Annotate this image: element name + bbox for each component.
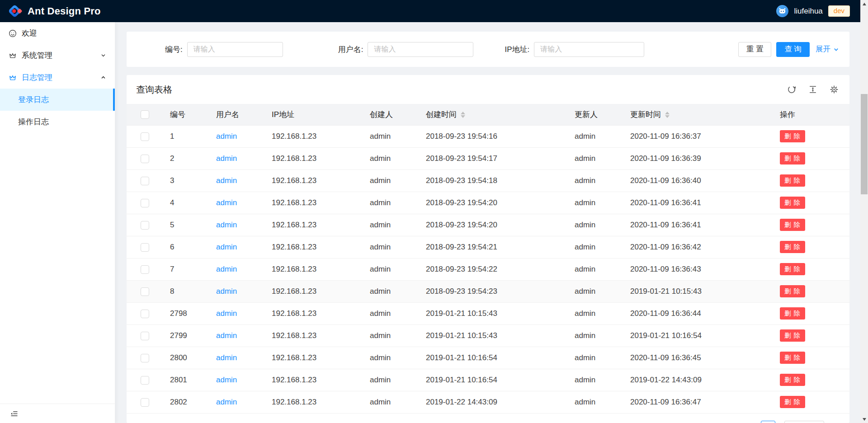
username-link[interactable]: admin (216, 376, 237, 384)
table-cell: admin (209, 302, 264, 324)
user-avatar[interactable] (776, 5, 788, 17)
crown-icon (9, 52, 17, 60)
table-cell (127, 391, 163, 413)
row-checkbox[interactable] (141, 155, 149, 163)
sort-carets-icon[interactable] (665, 112, 670, 118)
cell-updater: admin (567, 369, 623, 391)
delete-button[interactable]: 删 除 (780, 241, 805, 253)
username-link[interactable]: admin (216, 287, 237, 296)
select-all-checkbox[interactable] (141, 110, 149, 119)
row-checkbox[interactable] (141, 354, 149, 362)
sidebar-collapse-trigger[interactable] (0, 404, 115, 423)
menu-fold-icon (10, 409, 19, 418)
cell-update-time: 2020-11-09 16:36:44 (623, 302, 773, 324)
username-link[interactable]: admin (216, 176, 237, 185)
delete-button[interactable]: 删 除 (780, 219, 805, 231)
scroll-up-arrow[interactable] (860, 0, 868, 8)
username-link[interactable]: admin (216, 398, 237, 406)
sidebar-item-login-log[interactable]: 登录日志 (0, 89, 115, 111)
row-checkbox[interactable] (141, 310, 149, 318)
sidebar-item-operation-log[interactable]: 操作日志 (0, 111, 115, 133)
username-link[interactable]: admin (216, 221, 237, 229)
table-row: 2799admin192.168.1.23admin2019-01-21 10:… (127, 324, 849, 347)
user-name[interactable]: liufeihua (794, 7, 822, 16)
row-checkbox[interactable] (141, 287, 149, 296)
table-cell: admin (209, 125, 264, 147)
scrollbar-thumb[interactable] (861, 94, 868, 194)
delete-button[interactable]: 删 除 (780, 130, 805, 142)
cell-update-time: 2020-11-09 16:36:43 (623, 258, 773, 280)
reset-button[interactable]: 重 置 (738, 42, 772, 57)
sidebar-item-log-mgmt[interactable]: 日志管理 (0, 66, 115, 89)
cell-creator: admin (363, 280, 419, 302)
delete-button[interactable]: 删 除 (780, 285, 805, 297)
table-row: 5admin192.168.1.23admin2018-09-23 19:54:… (127, 214, 849, 236)
density-icon[interactable] (808, 85, 817, 94)
table-cell (127, 192, 163, 214)
username-field[interactable] (368, 42, 473, 57)
reload-icon[interactable] (787, 85, 796, 94)
delete-button[interactable]: 删 除 (780, 374, 805, 386)
table-cell: admin (209, 258, 264, 280)
pagination-page-size-select[interactable] (784, 421, 824, 423)
delete-button[interactable]: 删 除 (780, 197, 805, 209)
cell-create-time: 2018-09-23 19:54:20 (419, 192, 567, 214)
table-row: 3admin192.168.1.23admin2018-09-23 19:54:… (127, 169, 849, 192)
delete-button[interactable]: 删 除 (780, 396, 805, 408)
table-cell: 删 除 (773, 214, 849, 236)
delete-button[interactable]: 删 除 (780, 174, 805, 187)
row-checkbox[interactable] (141, 221, 149, 230)
expand-link[interactable]: 展开 (816, 44, 839, 54)
row-checkbox[interactable] (141, 132, 149, 141)
table-cell: 删 除 (773, 125, 849, 147)
query-button[interactable]: 查 询 (776, 42, 810, 57)
table-cell: 删 除 (773, 391, 849, 413)
row-checkbox[interactable] (141, 376, 149, 385)
sidebar-item-system-mgmt[interactable]: 系统管理 (0, 44, 115, 66)
username-link[interactable]: admin (216, 331, 237, 340)
cell-id: 8 (163, 280, 209, 302)
table-cell: admin (209, 324, 264, 347)
table-row: 2798admin192.168.1.23admin2019-01-21 10:… (127, 302, 849, 324)
table-cell: 删 除 (773, 324, 849, 347)
username-link[interactable]: admin (216, 154, 237, 163)
cell-create-time: 2018-09-23 19:54:23 (419, 280, 567, 302)
table-cell: 删 除 (773, 347, 849, 369)
username-link[interactable]: admin (216, 353, 237, 362)
id-field[interactable] (187, 42, 283, 57)
row-checkbox[interactable] (141, 177, 149, 185)
column-header-create-time[interactable]: 创建时间 (419, 104, 567, 125)
delete-button[interactable]: 删 除 (780, 352, 805, 364)
delete-button[interactable]: 删 除 (780, 263, 805, 275)
delete-button[interactable]: 删 除 (780, 329, 805, 342)
header-logo[interactable]: Ant Design Pro (7, 4, 101, 19)
smile-icon (9, 29, 17, 38)
table-cell (127, 236, 163, 258)
query-table-card: 查询表格 (127, 75, 849, 423)
username-link[interactable]: admin (216, 198, 237, 207)
row-checkbox[interactable] (141, 243, 149, 252)
ip-field[interactable] (534, 42, 644, 57)
pagination-page-1[interactable] (761, 421, 775, 423)
vertical-scrollbar (860, 0, 868, 423)
username-link[interactable]: admin (216, 132, 237, 141)
scroll-down-arrow[interactable] (860, 415, 868, 423)
username-link[interactable]: admin (216, 265, 237, 273)
search-form-card: 编号: 用户名: IP地址: 重 置 查 询 展开 (127, 32, 849, 67)
delete-button[interactable]: 删 除 (780, 307, 805, 320)
row-checkbox[interactable] (141, 265, 149, 274)
row-checkbox[interactable] (141, 332, 149, 340)
username-link[interactable]: admin (216, 243, 237, 251)
cell-create-time: 2018-09-23 19:54:17 (419, 147, 567, 169)
delete-button[interactable]: 删 除 (780, 152, 805, 164)
row-checkbox[interactable] (141, 398, 149, 407)
table-cell (127, 214, 163, 236)
cell-creator: admin (363, 147, 419, 169)
settings-icon[interactable] (830, 85, 839, 94)
sort-carets-icon[interactable] (461, 112, 465, 118)
column-header-update-time[interactable]: 更新时间 (623, 104, 773, 125)
pagination (127, 421, 849, 423)
row-checkbox[interactable] (141, 199, 149, 207)
sidebar-item-welcome[interactable]: 欢迎 (0, 22, 115, 44)
username-link[interactable]: admin (216, 309, 237, 318)
